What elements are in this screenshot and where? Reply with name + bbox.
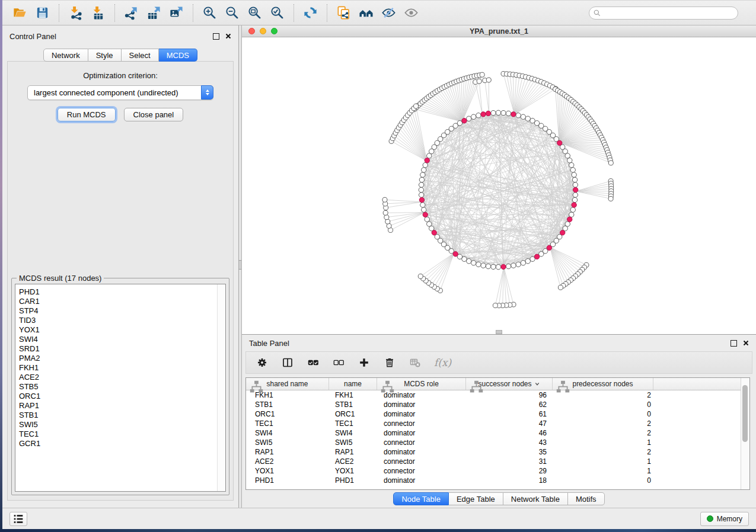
maximize-window-icon[interactable] <box>271 28 277 34</box>
tab-network-table[interactable]: Network Table <box>503 492 568 505</box>
columns-button[interactable] <box>281 356 294 369</box>
gear-button[interactable] <box>256 356 269 369</box>
mcds-result-item[interactable]: STB1 <box>15 411 225 420</box>
table-row[interactable]: PHD1PHD1dominator180 <box>246 476 741 485</box>
table-row[interactable]: RAP1RAP1dominator352 <box>246 447 741 457</box>
mcds-result-item[interactable]: YOX1 <box>15 325 225 335</box>
first-neighbors-button[interactable] <box>356 4 376 22</box>
mcds-result-item[interactable]: GCR1 <box>15 439 225 448</box>
column-header-shared-name[interactable]: shared name <box>246 378 329 390</box>
zoom-in-button[interactable] <box>200 4 219 22</box>
mcds-result-item[interactable]: RAP1 <box>15 401 225 411</box>
x-close-icon <box>743 340 749 346</box>
tab-network[interactable]: Network <box>43 49 88 62</box>
column-header-successor-nodes[interactable]: successor nodes <box>466 378 553 390</box>
delete-table-button[interactable] <box>409 356 422 369</box>
table-row[interactable]: SWI4SWI4dominator462 <box>246 428 741 438</box>
column-header-name[interactable]: name <box>329 378 377 390</box>
toolbar-group <box>296 4 324 22</box>
table-row[interactable]: STB1STB1dominator620 <box>246 400 741 409</box>
table-row[interactable]: YOX1YOX1connector291 <box>246 466 741 476</box>
refresh-button[interactable] <box>301 4 320 22</box>
table-row[interactable]: FKH1FKH1dominator962 <box>246 390 741 400</box>
cell-role: dominator <box>377 400 466 409</box>
tree-icon <box>556 380 570 395</box>
column-header-predecessor-nodes[interactable]: predecessor nodes <box>553 378 653 390</box>
mcds-result-item[interactable]: STB5 <box>15 382 225 392</box>
mcds-result-item[interactable]: PMA2 <box>15 354 225 363</box>
network-window-titlebar[interactable]: YPA_prune.txt_1 <box>242 25 756 37</box>
list-scrollbar[interactable] <box>217 284 225 491</box>
splitter-grip[interactable] <box>239 260 241 270</box>
show-all-icon <box>404 5 419 20</box>
table-row[interactable]: ACE2ACE2connector311 <box>246 457 741 466</box>
mcds-result-item[interactable]: TID3 <box>15 316 225 325</box>
plus-button[interactable] <box>358 356 371 369</box>
cell-role: dominator <box>377 410 466 418</box>
tab-select[interactable]: Select <box>122 49 159 62</box>
mcds-result-item[interactable]: SWI5 <box>15 420 225 430</box>
table-scrollbar-thumb[interactable] <box>742 385 748 442</box>
mcds-result-item[interactable]: STP4 <box>15 306 225 316</box>
trash-button[interactable] <box>383 356 396 369</box>
close-panel-icon[interactable] <box>225 33 231 39</box>
optimization-criterion-select[interactable]: largest connected component (undirected) <box>27 85 213 100</box>
close-panel-button[interactable]: Close panel <box>124 108 184 121</box>
table-row[interactable]: ORC1ORC1dominator610 <box>246 409 741 419</box>
mcds-result-list[interactable]: PHD1CAR1STP4TID3YOX1SWI4SRD1PMA2FKH1ACE2… <box>15 284 226 492</box>
zoom-out-button[interactable] <box>222 4 242 22</box>
cell-name: STB1 <box>329 400 377 409</box>
cell-predecessors: 0 <box>553 410 653 418</box>
select-all-button[interactable] <box>307 356 320 369</box>
export-network-button[interactable] <box>122 4 141 22</box>
export-image-button[interactable] <box>167 4 186 22</box>
function-builder-button[interactable]: f(x) <box>434 357 451 368</box>
tab-style[interactable]: Style <box>88 49 122 62</box>
import-network-button[interactable] <box>66 4 85 22</box>
import-table-button[interactable] <box>88 4 108 22</box>
memory-button[interactable]: Memory <box>700 512 749 526</box>
tab-mcds[interactable]: MCDS <box>159 49 197 62</box>
mcds-result-item[interactable]: SWI4 <box>15 335 225 344</box>
minimize-window-icon[interactable] <box>260 28 266 34</box>
tab-motifs[interactable]: Motifs <box>568 492 605 505</box>
hide-selected-button[interactable] <box>379 4 398 22</box>
mcds-result-item[interactable]: TEC1 <box>15 430 225 439</box>
close-table-panel-icon[interactable] <box>743 340 749 346</box>
table-row[interactable]: TEC1TEC1connector472 <box>246 419 741 428</box>
deselect-all-button[interactable] <box>332 356 345 369</box>
column-header-mcds-role[interactable]: MCDS role <box>377 378 466 390</box>
save-icon <box>35 5 50 20</box>
zoom-selected-button[interactable] <box>267 4 287 22</box>
mcds-result-item[interactable]: ACE2 <box>15 373 225 382</box>
float-table-panel-icon[interactable] <box>731 340 737 347</box>
save-button[interactable] <box>33 4 52 22</box>
table-row[interactable]: SWI5SWI5connector431 <box>246 438 741 447</box>
tab-node-table[interactable]: Node Table <box>393 492 449 505</box>
mcds-result-item[interactable]: ORC1 <box>15 392 225 401</box>
tab-edge-table[interactable]: Edge Table <box>449 492 503 505</box>
canvas-splitter-handle[interactable] <box>496 330 502 334</box>
show-all-button[interactable] <box>401 4 421 22</box>
toolbar-separator <box>59 4 59 22</box>
chevron-down-icon <box>534 381 540 387</box>
mcds-result-item[interactable]: CAR1 <box>15 297 225 306</box>
run-mcds-button[interactable]: Run MCDS <box>58 108 116 121</box>
mcds-result-item[interactable]: SRD1 <box>15 344 225 354</box>
close-window-icon[interactable] <box>248 28 255 34</box>
folder-open-button[interactable] <box>10 4 30 22</box>
table-scrollbar[interactable] <box>741 378 749 489</box>
table-panel-tabs: Node TableEdge TableNetwork TableMotifs <box>242 490 756 508</box>
float-panel-icon[interactable] <box>213 33 219 40</box>
search-input[interactable] <box>589 7 738 20</box>
export-table-button[interactable] <box>144 4 164 22</box>
network-canvas[interactable] <box>242 37 756 334</box>
copy-network-button[interactable] <box>334 4 353 22</box>
mcds-result-item[interactable]: FKH1 <box>15 363 225 373</box>
zoom-fit-button[interactable] <box>245 4 264 22</box>
mcds-result-item[interactable]: PHD1 <box>15 287 225 297</box>
task-history-button[interactable] <box>9 512 27 526</box>
cell-shared_name: ORC1 <box>246 410 329 418</box>
cell-predecessors: 1 <box>553 467 653 475</box>
node-table-grid: shared namenameMCDS rolesuccessor nodesp… <box>246 378 741 489</box>
